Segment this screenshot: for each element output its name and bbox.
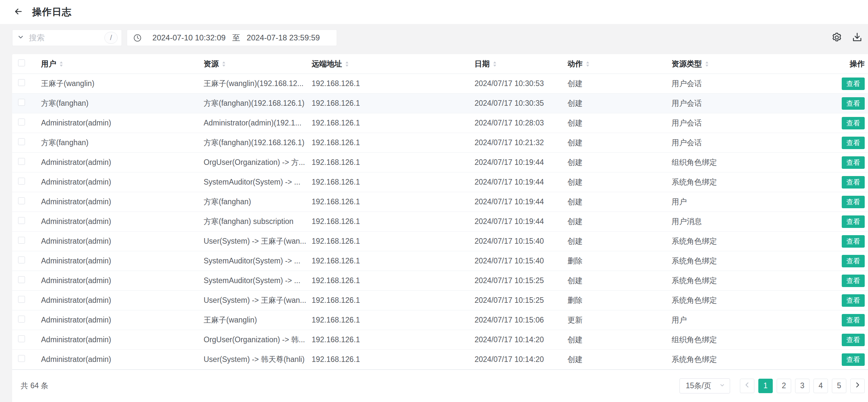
toolbar: 搜索 / 2024-07-10 10:32:09 至 2024-07-18 23… bbox=[12, 30, 864, 46]
cell-action: 创建 bbox=[567, 118, 672, 128]
page-button-5[interactable]: 5 bbox=[832, 379, 846, 393]
view-button[interactable]: 查看 bbox=[842, 353, 865, 366]
cell-type: 系统角色绑定 bbox=[672, 236, 803, 246]
settings-button[interactable] bbox=[830, 31, 843, 44]
row-checkbox[interactable] bbox=[18, 217, 25, 224]
view-button[interactable]: 查看 bbox=[842, 156, 865, 169]
column-header-user[interactable]: 用户 bbox=[41, 59, 204, 69]
cell-remote: 192.168.126.1 bbox=[312, 99, 474, 108]
page-button-3[interactable]: 3 bbox=[795, 379, 810, 393]
page-button-1[interactable]: 1 bbox=[758, 379, 773, 393]
total-count: 共 64 条 bbox=[21, 381, 48, 391]
cell-action: 创建 bbox=[567, 157, 672, 167]
table-row: Administrator(admin) SystemAuditor(Syste… bbox=[12, 271, 868, 291]
page-button-2[interactable]: 2 bbox=[777, 379, 791, 393]
page-size-value: 15条/页 bbox=[686, 381, 711, 391]
row-checkbox[interactable] bbox=[18, 276, 25, 283]
cell-resource: SystemAuditor(System) -> ... bbox=[204, 178, 312, 187]
cell-type: 用户会话 bbox=[672, 137, 803, 148]
cell-action: 创建 bbox=[567, 335, 672, 345]
column-header-type[interactable]: 资源类型 bbox=[672, 59, 803, 69]
cell-remote: 192.168.126.1 bbox=[312, 335, 474, 344]
view-button[interactable]: 查看 bbox=[842, 255, 865, 267]
cell-type: 系统角色绑定 bbox=[672, 354, 803, 365]
cell-resource: 方寒(fanghan)(192.168.126.1) bbox=[204, 98, 312, 109]
export-button[interactable] bbox=[850, 31, 864, 44]
row-checkbox[interactable] bbox=[18, 138, 25, 145]
column-header-resource[interactable]: 资源 bbox=[204, 59, 312, 69]
table-row: 方寒(fanghan) 方寒(fanghan)(192.168.126.1) 1… bbox=[12, 94, 868, 113]
sort-icon[interactable] bbox=[585, 60, 590, 68]
sort-icon[interactable] bbox=[344, 60, 349, 68]
row-checkbox[interactable] bbox=[18, 316, 25, 322]
sort-icon[interactable] bbox=[492, 60, 497, 68]
table-body: 王麻子(wanglin) 王麻子(wanglin)(192.168.12... … bbox=[12, 74, 868, 370]
log-table-card: 用户 资源 远端地址 日期 动作 资源类型 bbox=[12, 54, 868, 402]
prev-page-button[interactable] bbox=[740, 379, 754, 393]
cell-user: 王麻子(wanglin) bbox=[41, 79, 204, 89]
back-button[interactable] bbox=[12, 6, 24, 18]
cell-resource: User(System) -> 王麻子(wan... bbox=[204, 236, 312, 246]
view-button[interactable]: 查看 bbox=[842, 294, 865, 307]
view-button[interactable]: 查看 bbox=[842, 78, 865, 90]
cell-user: Administrator(admin) bbox=[41, 316, 204, 324]
cell-date: 2024/07/17 10:19:44 bbox=[474, 217, 567, 226]
row-checkbox[interactable] bbox=[18, 256, 25, 264]
view-button[interactable]: 查看 bbox=[842, 314, 865, 327]
view-button[interactable]: 查看 bbox=[842, 117, 865, 129]
cell-date: 2024/07/17 10:19:44 bbox=[474, 158, 567, 167]
row-checkbox[interactable] bbox=[18, 237, 25, 244]
view-button[interactable]: 查看 bbox=[842, 176, 865, 188]
page-size-select[interactable]: 15条/页 bbox=[680, 378, 730, 394]
cell-resource: User(System) -> 王麻子(wan... bbox=[204, 295, 312, 305]
cell-date: 2024/07/17 10:19:44 bbox=[474, 197, 567, 206]
view-button[interactable]: 查看 bbox=[842, 275, 865, 287]
sort-icon[interactable] bbox=[59, 60, 64, 68]
cell-remote: 192.168.126.1 bbox=[312, 197, 474, 206]
next-page-button[interactable] bbox=[850, 379, 865, 393]
view-button[interactable]: 查看 bbox=[842, 97, 865, 110]
table-row: Administrator(admin) User(System) -> 韩天尊… bbox=[12, 350, 868, 370]
row-checkbox[interactable] bbox=[18, 296, 25, 303]
row-checkbox[interactable] bbox=[18, 197, 25, 204]
view-button[interactable]: 查看 bbox=[842, 235, 865, 248]
row-checkbox[interactable] bbox=[18, 79, 25, 86]
top-bar: 操作日志 bbox=[0, 0, 868, 24]
cell-user: Administrator(admin) bbox=[41, 197, 204, 206]
cell-resource: 方寒(fanghan) bbox=[204, 197, 312, 207]
cell-type: 组织角色绑定 bbox=[672, 335, 803, 345]
cell-action: 更新 bbox=[567, 315, 672, 325]
date-start-value[interactable]: 2024-07-10 10:32:09 bbox=[150, 33, 227, 42]
view-button[interactable]: 查看 bbox=[842, 334, 865, 346]
cell-date: 2024/07/17 10:28:03 bbox=[474, 119, 567, 127]
cell-action: 创建 bbox=[567, 137, 672, 148]
row-checkbox[interactable] bbox=[18, 158, 25, 165]
row-checkbox[interactable] bbox=[18, 99, 25, 106]
chevron-down-icon[interactable] bbox=[17, 33, 24, 42]
search-input[interactable]: 搜索 / bbox=[12, 30, 122, 46]
cell-resource: 王麻子(wanglin)(192.168.12... bbox=[204, 79, 312, 89]
table-row: Administrator(admin) OrgUser(Organizatio… bbox=[12, 153, 868, 173]
sort-icon[interactable] bbox=[221, 60, 226, 68]
view-button[interactable]: 查看 bbox=[842, 196, 865, 208]
date-range-picker[interactable]: 2024-07-10 10:32:09 至 2024-07-18 23:59:5… bbox=[127, 30, 337, 46]
column-header-action[interactable]: 动作 bbox=[567, 59, 672, 69]
row-checkbox[interactable] bbox=[18, 178, 25, 185]
cell-action: 创建 bbox=[567, 216, 672, 227]
date-end-value[interactable]: 2024-07-18 23:59:59 bbox=[245, 33, 322, 42]
cell-date: 2024/07/17 10:15:40 bbox=[474, 237, 567, 246]
select-all-checkbox[interactable] bbox=[18, 59, 25, 66]
view-button[interactable]: 查看 bbox=[842, 215, 865, 228]
cell-action: 创建 bbox=[567, 354, 672, 365]
cell-resource: SystemAuditor(System) -> ... bbox=[204, 276, 312, 285]
column-header-date[interactable]: 日期 bbox=[474, 59, 567, 69]
view-button[interactable]: 查看 bbox=[842, 136, 865, 149]
sort-icon[interactable] bbox=[705, 60, 709, 68]
cell-user: Administrator(admin) bbox=[41, 158, 204, 167]
column-header-remote[interactable]: 远端地址 bbox=[312, 59, 474, 69]
cell-resource: OrgUser(Organization) -> 韩... bbox=[204, 335, 312, 345]
page-button-4[interactable]: 4 bbox=[813, 379, 828, 393]
row-checkbox[interactable] bbox=[18, 119, 25, 125]
row-checkbox[interactable] bbox=[18, 335, 25, 342]
row-checkbox[interactable] bbox=[18, 355, 25, 362]
